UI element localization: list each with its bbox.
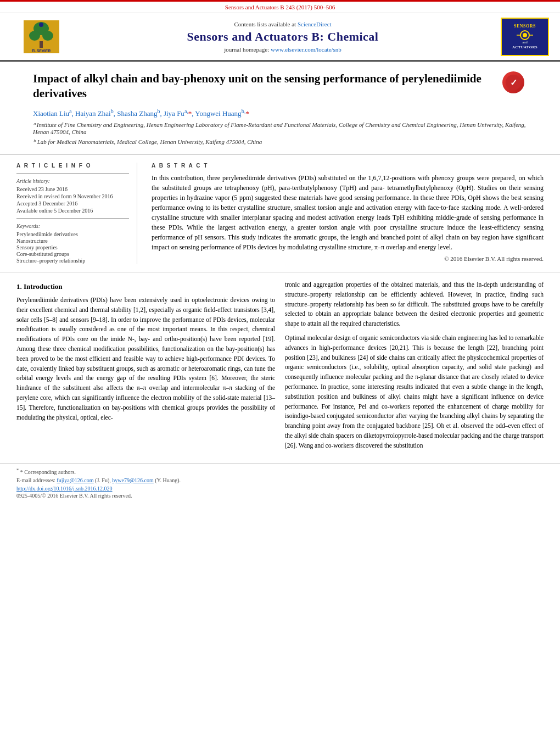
affiliation-b: ᵇ Lab for Medical Nanomaterials, Medical… [33, 138, 527, 146]
svg-point-3 [42, 31, 53, 41]
keywords-label: Keywords: [16, 223, 129, 229]
intro-para1: Perylenediimide derivatives (PDIs) have … [16, 295, 275, 423]
svg-rect-4 [40, 41, 43, 48]
header-main: ELSEVIER Contents lists available at Sci… [0, 13, 560, 62]
contents-line: Contents lists available at ScienceDirec… [71, 21, 494, 27]
crossmark-icon: ✓ [502, 71, 524, 93]
affiliation-a: ᵃ Institute of Fine Chemistry and Engine… [33, 121, 527, 135]
article-info-abstract-section: A R T I C L E I N F O Article history: R… [0, 155, 560, 272]
homepage-url[interactable]: www.elsevier.com/locate/snb [271, 46, 341, 53]
body-left-column: 1. Introduction Perylenediimide derivati… [16, 280, 275, 455]
keyword-4: Core-substituted groups [16, 251, 129, 257]
email2-name: Y. Huang [157, 477, 178, 483]
keyword-3: Sensory properties [16, 244, 129, 250]
article-footer: * * Corresponding authors. E-mail addres… [0, 463, 560, 503]
elsevier-logo-area: ELSEVIER [11, 20, 71, 53]
elsevier-tree-svg: ELSEVIER [24, 20, 59, 53]
received-date: Received 23 June 2016 [16, 186, 129, 192]
sa-logo-sensors: SENSORS [514, 24, 536, 29]
info-divider-1 [16, 173, 129, 174]
article-info-label: A R T I C L E I N F O [16, 163, 129, 169]
doi-url[interactable]: http://dx.doi.org/10.1016/j.snb.2016.12.… [16, 486, 113, 492]
abstract-text: In this contribution, three perylenediim… [152, 173, 544, 252]
sa-logo-icon [514, 30, 536, 41]
svg-text:ELSEVIER: ELSEVIER [31, 49, 51, 53]
journal-ref-bar: Sensors and Actuators B 243 (2017) 500–5… [0, 2, 560, 13]
intro-number: 1. [16, 282, 22, 291]
abstract-column: A B S T R A C T In this contribution, th… [148, 163, 544, 264]
sa-logo-actuators: ACTUATORS [512, 45, 537, 50]
abstract-label: A B S T R A C T [152, 163, 544, 169]
article-header: ✓ Impact of alkyl chain and bay-phenoxy … [0, 62, 560, 155]
intro-para3: Optimal molecular design of organic semi… [285, 333, 544, 451]
keyword-5: Structure–property relationship [16, 258, 129, 264]
article-title: Impact of alkyl chain and bay-phenoxy un… [33, 71, 527, 102]
sa-logo-and: and [522, 41, 528, 45]
doi-link[interactable]: http://dx.doi.org/10.1016/j.snb.2016.12.… [16, 486, 544, 492]
history-label: Article history: [16, 178, 129, 184]
received-revised-date: Received in revised form 9 November 2016 [16, 193, 129, 199]
body-section: 1. Introduction Perylenediimide derivati… [0, 272, 560, 463]
homepage-label: journal homepage: [224, 46, 269, 53]
svg-point-8 [523, 33, 527, 37]
abstract-copyright: © 2016 Elsevier B.V. All rights reserved… [152, 255, 544, 262]
crossmark-badge[interactable]: ✓ [502, 71, 527, 96]
header-center: Contents lists available at ScienceDirec… [71, 21, 494, 53]
authors-text: Xiaotian Liua, Haiyan Zhaib, Shasha Zhan… [33, 109, 249, 118]
crossmark-svg: ✓ [505, 74, 522, 91]
elsevier-logo: ELSEVIER [11, 20, 71, 53]
accepted-date: Accepted 3 December 2016 [16, 200, 129, 207]
article-info-column: A R T I C L E I N F O Article history: R… [16, 163, 137, 264]
sciencedirect-link[interactable]: ScienceDirect [298, 21, 332, 27]
email-label: E-mail addresses: [16, 477, 55, 483]
corresponding-label: * Corresponding authors. [20, 469, 76, 475]
keyword-2: Nanostructure [16, 238, 129, 244]
keyword-1: Perylenediimide derivatives [16, 231, 129, 237]
intro-title: Introduction [24, 282, 63, 291]
sa-logo-area: SENSORS and ACTUATORS [494, 18, 549, 56]
article-authors: Xiaotian Liua, Haiyan Zhaib, Shasha Zhan… [33, 108, 527, 118]
email1-name: J. Fu [97, 477, 107, 483]
svg-point-5 [39, 23, 43, 27]
svg-point-2 [29, 31, 40, 41]
email2-link[interactable]: hywe79@126.com [112, 477, 154, 483]
sa-logo: SENSORS and ACTUATORS [501, 18, 549, 56]
body-right-column: tronic and aggregation properties of the… [285, 280, 544, 455]
corresponding-authors-note: * * Corresponding authors. [16, 468, 544, 475]
issn-text: 0925-4005/© 2016 Elsevier B.V. All right… [16, 493, 544, 499]
svg-text:✓: ✓ [510, 78, 517, 87]
intro-heading: 1. Introduction [16, 282, 275, 291]
page-container: Sensors and Actuators B 243 (2017) 500–5… [0, 0, 560, 742]
available-date: Available online 5 December 2016 [16, 208, 129, 214]
email1-link[interactable]: fujiya@126.com [57, 477, 93, 483]
homepage-line: journal homepage: www.elsevier.com/locat… [71, 46, 494, 53]
info-divider-2 [16, 218, 129, 219]
journal-title: Sensors and Actuators B: Chemical [71, 30, 494, 44]
journal-ref-text: Sensors and Actuators B 243 (2017) 500–5… [225, 4, 335, 10]
contents-label: Contents lists available at [234, 21, 296, 27]
email-addresses-note: E-mail addresses: fujiya@126.com (J. Fu)… [16, 477, 544, 483]
intro-para2: tronic and aggregation properties of the… [285, 280, 544, 329]
